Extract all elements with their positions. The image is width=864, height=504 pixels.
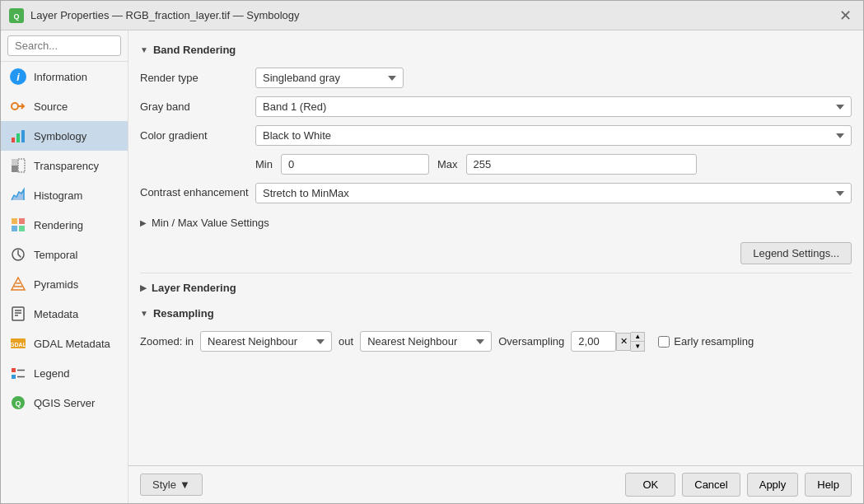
sidebar-item-pyramids[interactable]: Pyramids — [1, 269, 128, 299]
main-content: i Information Source Symbology — [1, 30, 863, 503]
style-section: Style ▼ — [140, 474, 203, 496]
gdal-icon: GDAL — [9, 334, 27, 352]
sidebar-item-rendering[interactable]: Rendering — [1, 210, 128, 240]
sidebar-item-gdal-metadata[interactable]: GDAL GDAL Metadata — [1, 329, 128, 358]
sidebar-item-temporal[interactable]: Temporal — [1, 240, 128, 269]
resampling-title: Resampling — [153, 307, 214, 320]
layer-rendering-title: Layer Rendering — [152, 282, 236, 294]
min-input[interactable] — [281, 154, 429, 175]
svg-rect-12 — [19, 226, 25, 231]
footer: Style ▼ OK Cancel Apply Help — [128, 465, 863, 503]
qgis-icon: Q — [9, 394, 27, 412]
pyramids-icon — [9, 275, 27, 293]
legend-settings-button[interactable]: Legend Settings... — [740, 242, 852, 264]
svg-rect-23 — [12, 368, 16, 372]
svg-point-2 — [12, 103, 18, 110]
svg-rect-7 — [12, 166, 18, 172]
sidebar-item-transparency[interactable]: Transparency — [1, 151, 128, 180]
resampling-header[interactable]: ▼ Resampling — [140, 302, 852, 324]
sidebar-item-label: GDAL Metadata — [34, 338, 110, 350]
sidebar-item-histogram[interactable]: Histogram — [1, 180, 128, 210]
cancel-button[interactable]: Cancel — [682, 473, 740, 497]
early-resampling: Early resampling — [658, 335, 754, 348]
sidebar-item-symbology[interactable]: Symbology — [1, 121, 128, 151]
transparency-icon — [9, 156, 27, 175]
color-gradient-control: Black to White — [255, 125, 852, 146]
min-label: Min — [255, 158, 273, 170]
minmax-settings[interactable]: ▶ Min / Max Value Settings — [140, 213, 852, 232]
sidebar-item-label: Legend — [34, 367, 69, 380]
oversampling-group: ✕ ▲ ▼ — [571, 331, 645, 352]
oversampling-up-button[interactable]: ▲ — [631, 333, 644, 342]
gray-band-label: Gray band — [140, 100, 255, 113]
min-max-row: Min Max — [140, 154, 852, 175]
max-input[interactable] — [466, 154, 697, 175]
svg-rect-8 — [18, 159, 25, 172]
oversampling-input[interactable] — [571, 331, 616, 352]
histogram-icon — [9, 186, 27, 204]
ok-button[interactable]: OK — [625, 473, 675, 497]
early-resampling-label: Early resampling — [674, 335, 754, 348]
early-resampling-checkbox[interactable] — [658, 336, 670, 348]
style-button[interactable]: Style ▼ — [140, 474, 203, 496]
oversampling-label: Oversampling — [498, 335, 564, 348]
sidebar-item-source[interactable]: Source — [1, 91, 128, 121]
metadata-icon — [9, 305, 27, 323]
sidebar-item-information[interactable]: i Information — [1, 62, 128, 91]
sidebar-item-label: Transparency — [34, 160, 99, 172]
render-type-label: Render type — [140, 72, 255, 84]
zoomed-out-select[interactable]: Nearest Neighbour — [360, 331, 492, 352]
sidebar-item-label: Source — [34, 100, 68, 113]
svg-rect-6 — [12, 159, 18, 166]
zoomed-in-label: Zoomed: in — [140, 335, 194, 348]
svg-rect-4 — [16, 133, 20, 142]
apply-button[interactable]: Apply — [747, 473, 799, 497]
sidebar-item-label: Histogram — [34, 189, 82, 202]
legend-icon — [9, 364, 27, 382]
minmax-settings-arrow: ▶ — [140, 218, 147, 227]
band-rendering-arrow: ▼ — [140, 45, 148, 54]
gray-band-control: Band 1 (Red) — [255, 96, 852, 117]
right-panel: ▼ Band Rendering Render type Singleband … — [128, 30, 863, 503]
symbology-icon — [9, 127, 27, 145]
gray-band-select[interactable]: Band 1 (Red) — [255, 96, 852, 117]
band-rendering-title: Band Rendering — [153, 44, 236, 56]
color-gradient-label: Color gradient — [140, 129, 255, 142]
svg-text:Q: Q — [15, 399, 21, 408]
minmax-settings-label: Min / Max Value Settings — [152, 217, 269, 229]
svg-rect-17 — [12, 307, 24, 320]
color-gradient-row: Color gradient Black to White — [140, 125, 852, 146]
svg-rect-5 — [21, 130, 25, 142]
window-title: Layer Properties — RGB_fraction_layer.ti… — [30, 9, 300, 21]
zoomed-in-select[interactable]: Nearest Neighbour — [200, 331, 332, 352]
render-type-row: Render type Singleband gray — [140, 68, 852, 88]
titlebar: Q Layer Properties — RGB_fraction_layer.… — [1, 1, 863, 30]
color-gradient-select[interactable]: Black to White — [255, 125, 852, 146]
sidebar-item-metadata[interactable]: Metadata — [1, 299, 128, 329]
sidebar-item-label: Symbology — [34, 130, 86, 142]
svg-rect-11 — [12, 226, 17, 231]
svg-rect-25 — [12, 375, 16, 379]
sidebar-item-legend[interactable]: Legend — [1, 358, 128, 388]
zoomed-out-label: out — [339, 335, 353, 348]
layer-properties-window: Q Layer Properties — RGB_fraction_layer.… — [0, 0, 864, 504]
help-button[interactable]: Help — [805, 473, 852, 497]
sidebar-item-label: Information — [34, 71, 87, 83]
band-rendering-header[interactable]: ▼ Band Rendering — [140, 39, 852, 61]
temporal-icon — [9, 245, 27, 264]
oversampling-down-button[interactable]: ▼ — [631, 342, 644, 351]
style-label: Style — [152, 478, 176, 491]
search-input[interactable] — [7, 35, 121, 56]
oversampling-arrows: ▲ ▼ — [631, 332, 645, 352]
sidebar-item-qgis-server[interactable]: Q QGIS Server — [1, 388, 128, 418]
layer-rendering-header[interactable]: ▶ Layer Rendering — [140, 273, 852, 299]
sidebar-item-label: Rendering — [34, 219, 83, 231]
contrast-select[interactable]: Stretch to MinMax — [255, 183, 852, 203]
svg-rect-10 — [19, 218, 25, 224]
close-button[interactable]: ✕ — [836, 7, 855, 25]
render-type-select[interactable]: Singleband gray — [255, 68, 404, 88]
contrast-row: Contrast enhancement Stretch to MinMax — [140, 183, 852, 203]
footer-right: OK Cancel Apply Help — [625, 473, 852, 497]
oversampling-clear-button[interactable]: ✕ — [616, 333, 631, 351]
layer-rendering-arrow: ▶ — [140, 283, 147, 292]
